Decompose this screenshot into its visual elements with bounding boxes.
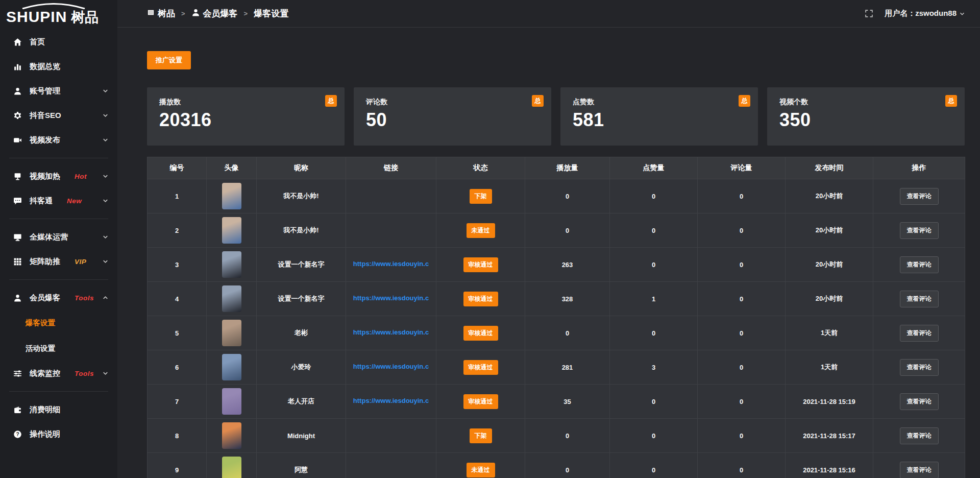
table-row: 1我不是小帅!下架00020小时前查看评论 <box>148 179 965 213</box>
breadcrumb-separator: > <box>244 10 248 17</box>
chevron-down-icon <box>102 136 109 144</box>
status-badge[interactable]: 审核通过 <box>463 292 498 306</box>
promo-settings-button[interactable]: 推广设置 <box>147 51 191 69</box>
table-header-row: 编号头像昵称链接状态播放量点赞量评论量发布时间操作 <box>148 157 965 179</box>
username-dropdown[interactable]: 用户名：zswodun88 <box>885 9 966 18</box>
comments-cell: 0 <box>698 316 786 350</box>
sidebar-item-badge: New <box>67 197 82 205</box>
breadcrumb-item[interactable]: 会员爆客 <box>191 8 238 19</box>
stat-card-0: 播放数20316总 <box>147 87 345 146</box>
row-number-cell: 6 <box>148 350 207 385</box>
view-comments-button[interactable]: 查看评论 <box>900 256 939 273</box>
video-link[interactable]: https://www.iesdouyin.c <box>353 397 429 404</box>
sidebar-item-data-overview[interactable]: 数据总览 <box>0 54 117 79</box>
sliders-icon <box>13 369 22 378</box>
publish-time-cell: 1天前 <box>786 316 873 350</box>
status-cell: 审核通过 <box>436 385 525 419</box>
view-comments-button[interactable]: 查看评论 <box>900 291 939 307</box>
sidebar-item-all-media-ops[interactable]: 全媒体运营 <box>0 225 117 249</box>
nickname-cell: 设置一个新名字 <box>257 248 346 282</box>
sidebar-subitem-baoke-settings[interactable]: 爆客设置 <box>0 310 117 336</box>
status-badge[interactable]: 下架 <box>470 189 492 204</box>
view-comments-button[interactable]: 查看评论 <box>900 222 939 239</box>
status-badge[interactable]: 下架 <box>470 428 492 443</box>
column-header: 编号 <box>148 157 207 179</box>
column-header: 操作 <box>873 157 965 179</box>
sidebar-item-label: 数据总览 <box>30 62 60 71</box>
sidebar-item-clue-monitor[interactable]: 线索监控Tools <box>0 361 117 386</box>
sidebar-item-doukertong[interactable]: 抖客通New <box>0 188 117 213</box>
sidebar-item-douyin-seo[interactable]: 抖音SEO <box>0 103 117 128</box>
sidebar-item-consumption-detail[interactable]: 消费明细 <box>0 397 117 422</box>
view-comments-button[interactable]: 查看评论 <box>900 359 939 376</box>
comments-cell: 0 <box>698 453 786 478</box>
status-cell: 下架 <box>436 419 525 453</box>
video-link[interactable]: https://www.iesdouyin.c <box>353 328 429 336</box>
topbar-right: 用户名：zswodun88 <box>865 9 966 18</box>
avatar-cell <box>207 453 257 478</box>
status-cell: 审核通过 <box>436 350 525 385</box>
sidebar-item-badge: Tools <box>75 294 94 302</box>
status-badge[interactable]: 未通过 <box>467 463 495 477</box>
action-cell: 查看评论 <box>873 419 965 453</box>
action-cell: 查看评论 <box>873 350 965 385</box>
comments-cell: 0 <box>698 419 786 453</box>
likes-cell: 0 <box>610 316 698 350</box>
sidebar-item-account-management[interactable]: 账号管理 <box>0 79 117 103</box>
action-cell: 查看评论 <box>873 316 965 350</box>
board-icon <box>13 172 22 181</box>
status-badge[interactable]: 未通过 <box>467 223 495 238</box>
table-row: 2我不是小帅!未通过00020小时前查看评论 <box>148 213 965 248</box>
breadcrumb-user-icon <box>191 8 200 19</box>
view-comments-button[interactable]: 查看评论 <box>900 393 939 410</box>
sidebar-item-video-publish[interactable]: 视频发布 <box>0 128 117 152</box>
view-comments-button[interactable]: 查看评论 <box>900 462 939 478</box>
chevron-down-icon <box>102 173 109 180</box>
avatar <box>222 320 241 346</box>
video-link[interactable]: https://www.iesdouyin.c <box>353 294 429 302</box>
column-header: 头像 <box>207 157 257 179</box>
status-badge[interactable]: 审核通过 <box>463 360 498 375</box>
member-icon <box>13 294 22 302</box>
avatar <box>222 251 241 278</box>
view-comments-button[interactable]: 查看评论 <box>900 188 939 205</box>
stat-card-total-badge: 总 <box>739 95 750 107</box>
avatar <box>222 217 241 244</box>
sidebar-item-member-baoke[interactable]: 会员爆客Tools <box>0 285 117 310</box>
sidebar-item-matrix-boost[interactable]: 矩阵助推VIP <box>0 249 117 274</box>
comments-cell: 0 <box>698 385 786 419</box>
view-comments-button[interactable]: 查看评论 <box>900 325 939 342</box>
stat-card-value: 350 <box>779 109 965 131</box>
sidebar-subitem-activity-settings[interactable]: 活动设置 <box>0 336 117 361</box>
fullscreen-icon[interactable] <box>865 9 873 18</box>
status-badge[interactable]: 审核通过 <box>463 326 498 341</box>
publish-time-cell: 2021-11-28 15:17 <box>786 419 873 453</box>
status-cell: 审核通过 <box>436 282 525 316</box>
breadcrumb-item[interactable]: 树品 <box>147 8 175 19</box>
sidebar-item-operation-guide[interactable]: ?操作说明 <box>0 422 117 446</box>
view-comments-button[interactable]: 查看评论 <box>900 427 939 444</box>
video-link[interactable]: https://www.iesdouyin.c <box>353 260 429 268</box>
nickname-cell: Midnight <box>257 419 346 453</box>
likes-cell: 0 <box>610 453 698 478</box>
nickname-cell: 老彬 <box>257 316 346 350</box>
row-number-cell: 8 <box>148 419 207 453</box>
plays-cell: 328 <box>525 282 610 316</box>
breadcrumb-window-icon <box>147 9 155 19</box>
sidebar-item-label: 矩阵助推 <box>30 257 60 267</box>
column-header: 评论量 <box>698 157 786 179</box>
stat-cards-row: 播放数20316总评论数50总点赞数581总视频个数350总 <box>147 87 965 146</box>
chevron-down-icon <box>959 10 966 17</box>
action-cell: 查看评论 <box>873 453 965 478</box>
sidebar-item-label: 账号管理 <box>30 86 60 96</box>
status-badge[interactable]: 审核通过 <box>463 394 498 409</box>
avatar-cell <box>207 282 257 316</box>
home-icon <box>13 38 22 46</box>
status-cell: 未通过 <box>436 213 525 248</box>
sidebar-item-video-heat[interactable]: 视频加热Hot <box>0 164 117 188</box>
row-number-cell: 4 <box>148 282 207 316</box>
column-header: 昵称 <box>257 157 346 179</box>
sidebar-item-home[interactable]: 首页 <box>0 30 117 54</box>
video-link[interactable]: https://www.iesdouyin.c <box>353 363 429 370</box>
status-badge[interactable]: 审核通过 <box>463 257 498 272</box>
